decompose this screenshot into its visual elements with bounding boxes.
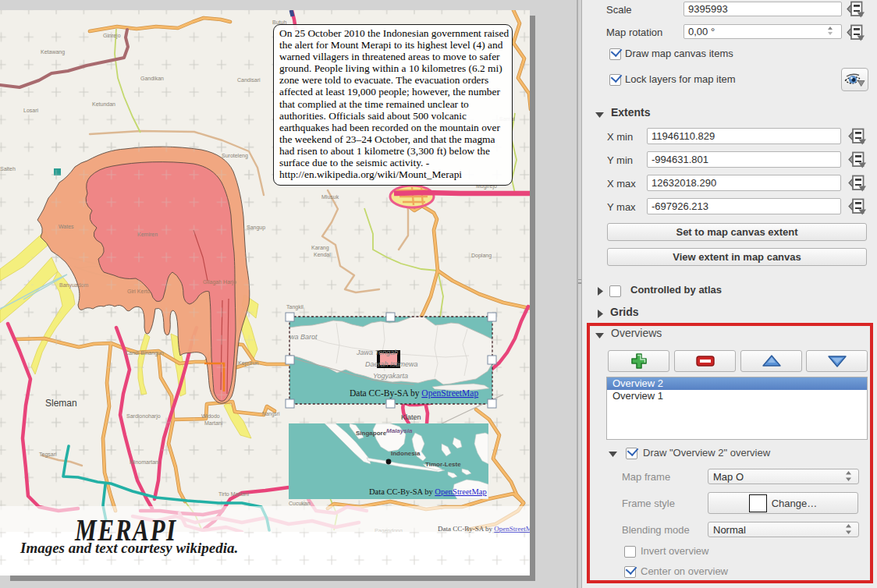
svg-text:Klaten: Klaten	[401, 413, 421, 421]
svg-text:Tangkil: Tangkil	[286, 304, 304, 310]
svg-text:Ginrejo: Ginrejo	[103, 33, 121, 39]
svg-text:Gandikan: Gandikan	[140, 76, 164, 81]
svg-text:Salteh: Salteh	[0, 166, 16, 172]
svg-text:Losari: Losari	[23, 108, 39, 113]
svg-text:Tirto Martani: Tirto Martani	[218, 491, 249, 497]
svg-text:Ketundan: Ketundan	[92, 101, 115, 107]
svg-text:Mlusuk: Mlusuk	[321, 194, 339, 200]
svg-text:Malaysia: Malaysia	[386, 427, 413, 434]
svg-text:Kendal: Kendal	[314, 252, 331, 257]
svg-text:Tegsari: Tegsari	[39, 452, 57, 458]
svg-text:Cucukan: Cucukan	[289, 501, 311, 506]
svg-text:Doplang: Doplang	[471, 253, 492, 259]
svg-text:Ketawang: Ketawang	[41, 49, 65, 55]
svg-text:Nangsri: Nangsri	[262, 411, 279, 417]
svg-text:Data CC-By-SA by OpenStreetMap: Data CC-By-SA by OpenStreetMap	[369, 487, 487, 496]
svg-text:Data CC-By-SA by OpenStreetMap: Data CC-By-SA by OpenStreetMap	[438, 525, 539, 533]
svg-text:Singapore: Singapore	[356, 430, 387, 437]
svg-text:Karang: Karang	[311, 245, 329, 251]
svg-text:Candisari: Candisari	[237, 77, 261, 83]
svg-text:Indonesia: Indonesia	[391, 450, 421, 457]
svg-text:Timor-Leste: Timor-Leste	[425, 461, 461, 468]
svg-text:Minomartani: Minomartani	[130, 459, 160, 465]
